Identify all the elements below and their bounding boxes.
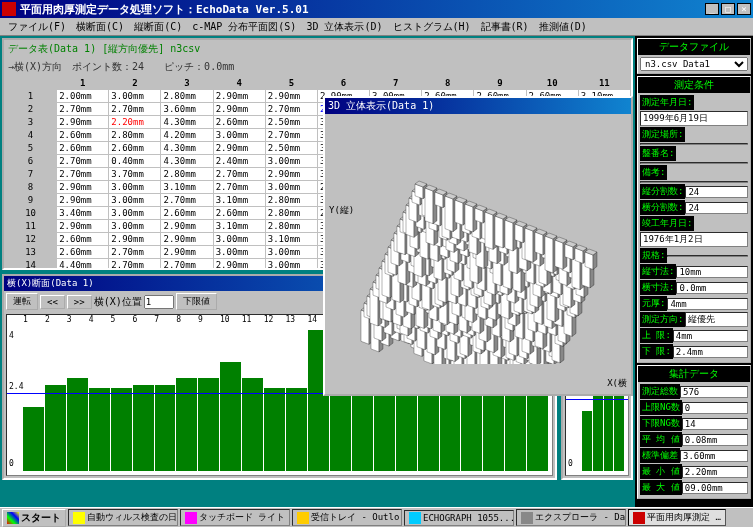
cond-orig-value[interactable]: 4mm	[667, 298, 748, 310]
stats-max-value: 09.00mm	[682, 482, 748, 494]
cond-low-label: 下 限:	[640, 344, 673, 359]
svg-marker-981	[445, 196, 453, 232]
task-2[interactable]: タッチボード ライト	[180, 509, 290, 526]
cond-orig-label: 元厚:	[640, 296, 667, 311]
cond-place-label: 測定場所:	[640, 127, 685, 142]
windows-icon	[7, 512, 19, 524]
table-header: →横(X)方向 ポイント数：24 ピッチ：0.0mm	[4, 58, 631, 76]
cond-pan-label: 盤番名:	[640, 146, 676, 161]
cond-date-value[interactable]: 1999年6月19日	[640, 111, 748, 126]
cond-vdiv-label: 縦分割数:	[640, 184, 685, 199]
stats-std-label: 標準偏差	[640, 448, 680, 463]
file-select[interactable]: n3.csv Data1	[640, 57, 748, 71]
taskbar: スタート 自動ウィルス検査の日 タッチボード ライト 受信トレイ - Outlo…	[0, 507, 753, 527]
task-1[interactable]: 自動ウィルス検査の日	[68, 509, 178, 526]
menu-report[interactable]: 記事書(R)	[477, 18, 533, 36]
three-d-body[interactable]: Y(縦) X(横	[325, 114, 631, 394]
cond-section-title: 測定条件	[638, 77, 750, 93]
hchart-pos-label: 横(X)位置	[94, 295, 142, 309]
svg-marker-975	[425, 188, 433, 224]
menubar: ファイル(F) 横断面(C) 縦断面(C) c-MAP 分布平面図(S) 3D …	[0, 18, 753, 36]
svg-marker-993	[485, 212, 493, 249]
svg-marker-1005	[525, 228, 533, 262]
svg-marker-1008	[535, 232, 543, 255]
hchart-fwd-button[interactable]: >>	[67, 295, 92, 309]
cond-vdiv-value[interactable]: 24	[685, 186, 748, 198]
close-button[interactable]: ×	[737, 3, 751, 15]
cond-place-value[interactable]	[640, 143, 748, 145]
cond-note-value[interactable]	[640, 181, 748, 183]
app-icon	[2, 2, 16, 16]
cond-vdim-label: 縦寸法:	[640, 264, 676, 279]
three-d-y-label: Y(縦)	[329, 204, 354, 217]
task-4[interactable]: ECHOGRAPH 1055...	[404, 510, 514, 526]
menu-estimate[interactable]: 推測値(D)	[535, 18, 591, 36]
stats-count-value: 576	[680, 386, 748, 398]
hchart-back-button[interactable]: <<	[40, 295, 65, 309]
file-section-title: データファイル	[638, 39, 750, 55]
task-6[interactable]: 平面用肉厚測定 …	[628, 509, 726, 526]
cond-pan-value[interactable]	[640, 162, 748, 164]
cond-up-label: 上 限:	[640, 328, 673, 343]
stats-avg-value: 0.08mm	[682, 434, 748, 446]
stats-min-value: 2.20mm	[682, 466, 748, 478]
stats-lowng-label: 下限NG数	[640, 416, 682, 431]
stats-section-title: 集計データ	[638, 366, 750, 382]
cond-date-label: 測定年月日:	[640, 95, 694, 110]
cond-up-value[interactable]: 4mm	[673, 330, 748, 342]
menu-3d[interactable]: 3D 立体表示(D)	[302, 18, 386, 36]
menu-hcross[interactable]: 横断面(C)	[72, 18, 128, 36]
start-button[interactable]: スタート	[2, 509, 66, 527]
cond-hdiv-value[interactable]: 24	[685, 202, 748, 214]
cond-dir-label: 測定方向:	[640, 312, 685, 327]
menu-vcross[interactable]: 縦断面(C)	[130, 18, 186, 36]
cond-due-value[interactable]: 1976年1月2日	[640, 232, 748, 247]
three-d-x-label: X(横	[607, 377, 627, 390]
svg-marker-984	[455, 200, 463, 225]
cond-vdim-value[interactable]: 10mm	[676, 266, 748, 278]
cond-std-label: 規格:	[640, 248, 667, 263]
cond-note-label: 備考:	[640, 165, 667, 180]
svg-marker-996	[495, 216, 503, 248]
menu-histogram[interactable]: ヒストグラム(H)	[389, 18, 475, 36]
svg-marker-1011	[545, 236, 553, 273]
cond-std-value[interactable]	[667, 255, 748, 257]
stats-upng-value: 0	[682, 402, 748, 414]
hchart-pos-input[interactable]	[144, 295, 174, 309]
app-title: 平面用肉厚測定データ処理ソフト：EchoData Ver.5.01	[20, 2, 703, 17]
minimize-button[interactable]: _	[705, 3, 719, 15]
stats-upng-label: 上限NG数	[640, 400, 682, 415]
stats-min-label: 最 小 値	[640, 464, 682, 479]
task-3[interactable]: 受信トレイ - Outlo...	[292, 509, 402, 526]
stats-avg-label: 平 均 値	[640, 432, 682, 447]
svg-marker-1002	[515, 224, 523, 243]
task-5[interactable]: エクスプローラ - Data	[516, 509, 626, 526]
stats-lowng-value: 14	[682, 418, 748, 430]
hchart-limit-button[interactable]: 下限値	[176, 293, 217, 310]
titlebar: 平面用肉厚測定データ処理ソフト：EchoData Ver.5.01 _ □ ×	[0, 0, 753, 18]
hchart-operate-button[interactable]: 運転	[6, 293, 38, 310]
menu-cmap[interactable]: c-MAP 分布平面図(S)	[188, 18, 300, 36]
stats-std-value: 3.60mm	[680, 450, 748, 462]
three-d-title[interactable]: 3D 立体表示(Data 1)	[325, 98, 631, 114]
cond-hdiv-label: 横分割数:	[640, 200, 685, 215]
cond-hdim-value[interactable]: 0.0mm	[676, 282, 748, 294]
svg-marker-987	[465, 204, 473, 232]
table-title: データ表(Data 1) [縦方向優先] n3csv	[4, 40, 631, 58]
stats-count-label: 測定総数	[640, 384, 680, 399]
cond-dir-value[interactable]: 縦優先	[685, 312, 748, 327]
maximize-button[interactable]: □	[721, 3, 735, 15]
menu-file[interactable]: ファイル(F)	[4, 18, 70, 36]
sidebar: データファイル n3.csv Data1 測定条件 測定年月日: 1999年6月…	[635, 36, 753, 507]
svg-marker-1014	[555, 240, 563, 269]
svg-marker-999	[505, 220, 513, 251]
three-d-panel: 3D 立体表示(Data 1) Y(縦) X(横	[323, 96, 633, 396]
cond-due-label: 竣工年月日:	[640, 216, 694, 231]
cond-hdim-label: 横寸法:	[640, 280, 676, 295]
cond-low-value[interactable]: 2.4mm	[673, 346, 748, 358]
stats-max-label: 最 大 値	[640, 480, 682, 495]
